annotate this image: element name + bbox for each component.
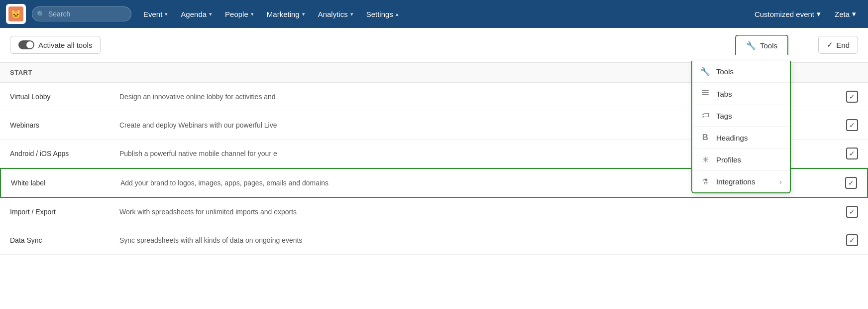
nav-item-agenda[interactable]: Agenda ▾ bbox=[175, 6, 218, 22]
search-wrapper: 🔍 bbox=[32, 6, 131, 21]
tools-button[interactable]: 🔧 Tools bbox=[735, 35, 788, 55]
end-button[interactable]: ✓ End bbox=[818, 36, 858, 54]
main-content: Activate all tools 🔧 Tools ✓ End 🔧 Tools bbox=[0, 28, 868, 309]
tabs-icon bbox=[700, 89, 710, 99]
dropdown-tools-label: Tools bbox=[716, 67, 734, 76]
activate-all-tools-label: Activate all tools bbox=[38, 41, 92, 49]
nav-item-customized-event[interactable]: Customized event ▾ bbox=[749, 5, 827, 22]
row-description: Sync spreadsheets with all kinds of data… bbox=[119, 236, 846, 244]
dropdown-headings-label: Headings bbox=[716, 134, 748, 142]
chevron-down-icon: ▾ bbox=[165, 11, 168, 17]
chevron-down-icon: ▾ bbox=[302, 11, 305, 17]
dropdown-profiles-label: Profiles bbox=[716, 155, 741, 164]
row-description: Work with spreadsheets for unlimited imp… bbox=[119, 208, 846, 216]
dropdown-tags-label: Tags bbox=[716, 112, 732, 120]
row-checkbox[interactable]: ✓ bbox=[846, 91, 858, 103]
logo[interactable]: 🐱 bbox=[6, 4, 26, 24]
dropdown-item-integrations[interactable]: ⚗ Integrations › bbox=[692, 171, 790, 192]
row-checkbox[interactable]: ✓ bbox=[845, 177, 857, 189]
dropdown-item-tabs[interactable]: Tabs bbox=[692, 83, 790, 105]
chevron-up-icon: ▴ bbox=[396, 11, 399, 17]
chevron-down-icon: ▾ bbox=[817, 9, 821, 18]
checkmark-icon: ✓ bbox=[827, 40, 833, 49]
row-checkbox[interactable]: ✓ bbox=[846, 119, 858, 131]
nav-items: Event ▾ Agenda ▾ People ▾ Marketing ▾ An… bbox=[137, 6, 747, 22]
row-name: White label bbox=[11, 179, 120, 187]
svg-rect-1 bbox=[702, 92, 709, 93]
nav-people-label: People bbox=[225, 10, 248, 18]
toolbar: Activate all tools 🔧 Tools ✓ End 🔧 Tools bbox=[0, 28, 868, 62]
integrations-icon: ⚗ bbox=[700, 177, 710, 186]
svg-rect-0 bbox=[702, 90, 709, 91]
dropdown-integrations-label: Integrations bbox=[716, 177, 755, 186]
row-name: Android / iOS Apps bbox=[10, 150, 119, 157]
nav-item-people[interactable]: People ▾ bbox=[219, 6, 260, 22]
nav-item-settings[interactable]: Settings ▴ bbox=[360, 6, 405, 22]
dropdown-tabs-label: Tabs bbox=[716, 90, 732, 98]
svg-rect-2 bbox=[702, 94, 709, 95]
toggle-icon bbox=[18, 40, 34, 49]
nav-event-label: Event bbox=[143, 10, 162, 18]
nav-item-analytics[interactable]: Analytics ▾ bbox=[312, 6, 359, 22]
end-label: End bbox=[836, 41, 850, 49]
chevron-down-icon: ▾ bbox=[251, 11, 254, 17]
zeta-label: Zeta bbox=[835, 10, 850, 18]
nav-settings-label: Settings bbox=[366, 10, 393, 18]
nav-agenda-label: Agenda bbox=[181, 10, 207, 18]
chevron-down-icon: ▾ bbox=[852, 9, 856, 18]
nav-item-zeta[interactable]: Zeta ▾ bbox=[829, 5, 862, 22]
chevron-right-icon: › bbox=[779, 177, 782, 186]
nav-item-event[interactable]: Event ▾ bbox=[137, 6, 174, 22]
chevron-down-icon: ▾ bbox=[350, 11, 353, 17]
table-row: Import / Export Work with spreadsheets f… bbox=[0, 198, 868, 226]
row-name: Webinars bbox=[10, 121, 119, 129]
row-checkbox[interactable]: ✓ bbox=[846, 148, 858, 159]
row-checkbox[interactable]: ✓ bbox=[846, 206, 858, 218]
nav-item-marketing[interactable]: Marketing ▾ bbox=[261, 6, 311, 22]
customized-event-label: Customized event bbox=[755, 10, 814, 18]
headings-icon: B bbox=[700, 133, 710, 143]
dropdown-item-headings[interactable]: B Headings bbox=[692, 127, 790, 149]
nav-analytics-label: Analytics bbox=[318, 10, 348, 18]
nav-marketing-label: Marketing bbox=[267, 10, 300, 18]
nav-right: Customized event ▾ Zeta ▾ bbox=[749, 5, 862, 22]
navbar: 🐱 🔍 Event ▾ Agenda ▾ People ▾ Marketing … bbox=[0, 0, 868, 28]
dropdown-item-tools[interactable]: 🔧 Tools bbox=[692, 61, 790, 83]
wrench-icon: 🔧 bbox=[746, 41, 756, 50]
dropdown-item-tags[interactable]: 🏷 Tags bbox=[692, 105, 790, 127]
row-name: Import / Export bbox=[10, 208, 119, 216]
search-input[interactable] bbox=[32, 6, 131, 21]
profiles-icon: ✳ bbox=[700, 155, 710, 164]
tags-icon: 🏷 bbox=[700, 111, 710, 120]
row-name: Data Sync bbox=[10, 236, 119, 244]
activate-all-tools-button[interactable]: Activate all tools bbox=[10, 36, 101, 54]
tools-dropdown-menu: 🔧 Tools Tabs 🏷 Tags B Heading bbox=[691, 61, 791, 193]
row-checkbox[interactable]: ✓ bbox=[846, 234, 858, 246]
row-name: Virtual Lobby bbox=[10, 93, 119, 101]
dropdown-item-profiles[interactable]: ✳ Profiles bbox=[692, 149, 790, 171]
logo-icon: 🐱 bbox=[8, 6, 23, 21]
wrench-icon: 🔧 bbox=[700, 67, 710, 76]
tools-label: Tools bbox=[760, 41, 777, 50]
table-row: Data Sync Sync spreadsheets with all kin… bbox=[0, 226, 868, 255]
chevron-down-icon: ▾ bbox=[209, 11, 212, 17]
